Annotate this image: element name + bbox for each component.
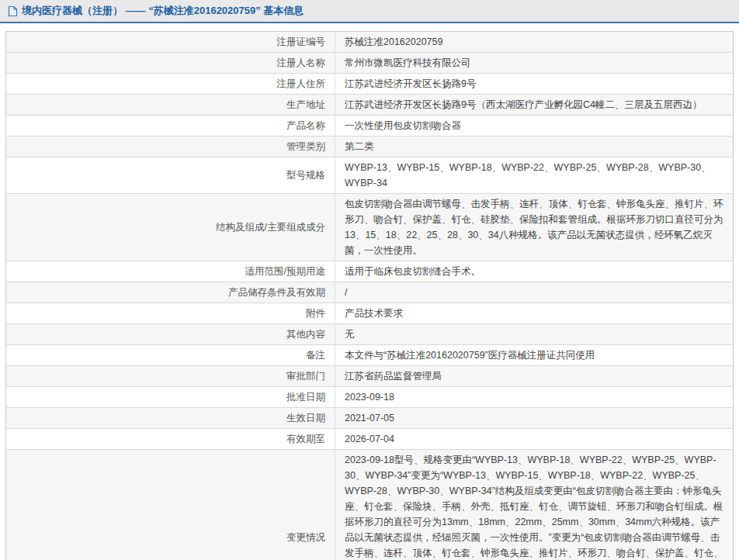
row-label-text: 注册证编号 xyxy=(277,36,326,47)
row-label: 注册人住所 xyxy=(6,74,335,95)
row-value: 江苏武进经济开发区长扬路9号 xyxy=(335,74,734,95)
row-label: 产品储存条件及有效期 xyxy=(6,282,335,303)
row-label-text: 变更情况 xyxy=(286,532,325,543)
table-row: 审批部门江苏省药品监督管理局 xyxy=(6,366,734,387)
table-row: 管理类别第二类 xyxy=(6,137,734,157)
row-label: 变更情况 xyxy=(6,450,335,560)
row-value: 江苏省药品监督管理局 xyxy=(335,366,734,387)
table-row: 生效日期2021-07-05 xyxy=(6,408,734,429)
device-info-table: 注册证编号苏械注准20162020759注册人名称常州市微凯医疗科技有限公司注册… xyxy=(5,31,734,560)
row-value: 本文件与“苏械注准20162020759”医疗器械注册证共同使用 xyxy=(335,345,734,366)
row-label-text: 有效期至 xyxy=(286,434,325,444)
row-value: 常州市微凯医疗科技有限公司 xyxy=(335,53,734,74)
row-label-text: 产品名称 xyxy=(286,120,325,131)
table-row: 有效期至2026-07-04 xyxy=(6,429,734,450)
row-label: 备注 xyxy=(6,345,335,366)
row-label-text: 管理类别 xyxy=(286,141,325,152)
row-label: 注册证编号 xyxy=(6,32,335,53)
row-label: 注册人名称 xyxy=(6,53,335,74)
row-value: 2023-09-18型号、规格变更由“WYBP-13、WYBP-18、WYBP-… xyxy=(335,450,734,560)
row-label: 生产地址 xyxy=(6,95,335,116)
row-label: 适用范围/预期用途 xyxy=(6,261,335,282)
row-label: 其他内容 xyxy=(6,324,335,345)
row-label: 有效期至 xyxy=(6,429,335,450)
row-label-text: 生效日期 xyxy=(286,413,325,423)
table-row: 注册人名称常州市微凯医疗科技有限公司 xyxy=(6,53,734,74)
table-row: 型号规格WYBP-13、WYBP-15、WYBP-18、WYBP-22、WYBP… xyxy=(6,157,734,194)
table-row: 批准日期2023-09-18 xyxy=(6,387,734,408)
row-label: 产品名称 xyxy=(6,116,335,137)
table-row: 注册证编号苏械注准20162020759 xyxy=(6,32,734,53)
row-label-text: 附件 xyxy=(306,308,325,319)
row-label-text: 结构及组成/主要组成成分 xyxy=(216,222,325,233)
row-value: 江苏武进经济开发区长扬路9号（西太湖医疗产业孵化园C4幢二、三层及五层西边） xyxy=(335,95,734,116)
table-row: 注册人住所江苏武进经济开发区长扬路9号 xyxy=(6,74,734,95)
content-area: 注册证编号苏械注准20162020759注册人名称常州市微凯医疗科技有限公司注册… xyxy=(0,23,739,560)
table-row: 备注本文件与“苏械注准20162020759”医疗器械注册证共同使用 xyxy=(6,345,734,366)
row-value: 包皮切割吻合器由调节螺母、击发手柄、连杆、顶体、钉仓套、钟形龟头座、推钉片、环形… xyxy=(335,194,734,261)
row-value: 2021-07-05 xyxy=(335,408,734,429)
table-row: 产品储存条件及有效期/ xyxy=(6,282,734,303)
row-label-text: 注册人住所 xyxy=(277,78,326,89)
row-label-text: 审批部门 xyxy=(286,371,325,382)
row-value: 产品技术要求 xyxy=(335,303,734,324)
row-label: 结构及组成/主要组成成分 xyxy=(6,194,335,261)
page-title: 境内医疗器械（注册） —— “苏械注准20162020759” 基本信息 xyxy=(22,4,304,18)
row-value: WYBP-13、WYBP-15、WYBP-18、WYBP-22、WYBP-25、… xyxy=(335,157,734,194)
row-label-text: 批准日期 xyxy=(286,392,325,403)
row-label-text: 备注 xyxy=(306,350,325,361)
row-value: 2026-07-04 xyxy=(335,429,734,450)
row-label: 附件 xyxy=(6,303,335,324)
row-value: 适用于临床包皮切割缝合手术。 xyxy=(335,261,734,282)
row-value: 第二类 xyxy=(335,137,734,157)
row-label: 生效日期 xyxy=(6,408,335,429)
row-label: 型号规格 xyxy=(6,157,335,194)
row-label: 审批部门 xyxy=(6,366,335,387)
row-label-text: 注册人名称 xyxy=(277,57,326,68)
row-label-text: 型号规格 xyxy=(286,170,325,181)
row-label: 批准日期 xyxy=(6,387,335,408)
row-value: 苏械注准20162020759 xyxy=(335,32,734,53)
table-row: 产品名称一次性使用包皮切割吻合器 xyxy=(6,116,734,137)
page-header: 境内医疗器械（注册） —— “苏械注准20162020759” 基本信息 xyxy=(0,0,739,23)
table-row: 其他内容无 xyxy=(6,324,734,345)
row-value: 无 xyxy=(335,324,734,345)
table-row: 生产地址江苏武进经济开发区长扬路9号（西太湖医疗产业孵化园C4幢二、三层及五层西… xyxy=(6,95,734,116)
table-row: 变更情况2023-09-18型号、规格变更由“WYBP-13、WYBP-18、W… xyxy=(6,450,734,560)
table-row: 适用范围/预期用途适用于临床包皮切割缝合手术。 xyxy=(6,261,734,282)
table-row: 附件产品技术要求 xyxy=(6,303,734,324)
table-row: 结构及组成/主要组成成分包皮切割吻合器由调节螺母、击发手柄、连杆、顶体、钉仓套、… xyxy=(6,194,734,261)
row-label: 管理类别 xyxy=(6,137,335,157)
document-icon xyxy=(8,5,18,17)
row-label-text: 适用范围/预期用途 xyxy=(245,266,325,277)
row-value: 2023-09-18 xyxy=(335,387,734,408)
row-value: 一次性使用包皮切割吻合器 xyxy=(335,116,734,137)
row-label-text: 生产地址 xyxy=(286,99,325,110)
row-value: / xyxy=(335,282,734,303)
row-label-text: 产品储存条件及有效期 xyxy=(228,287,325,298)
row-label-text: 其他内容 xyxy=(286,329,325,340)
